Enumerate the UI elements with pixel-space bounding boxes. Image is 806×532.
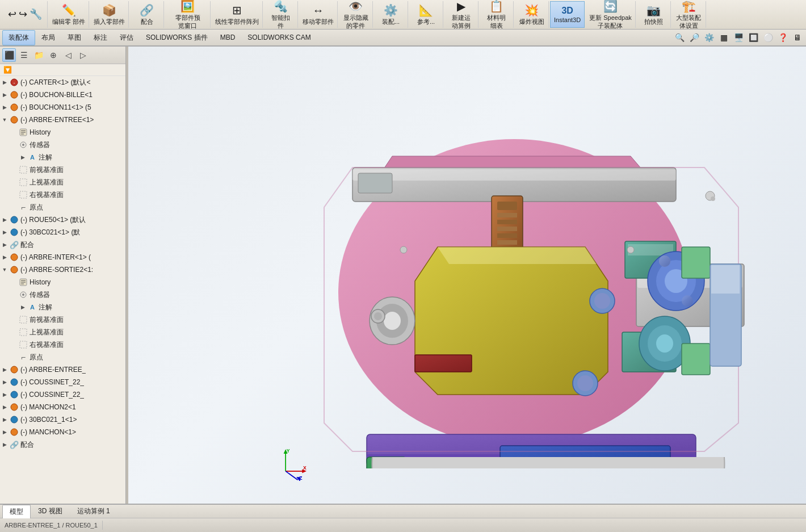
sphere-icon[interactable]: ⚪ bbox=[762, 31, 774, 44]
search-icon[interactable]: 🔍 bbox=[673, 31, 686, 44]
expand-bouchon-bille[interactable] bbox=[0, 90, 9, 99]
expand-bouchon11[interactable] bbox=[0, 103, 9, 112]
view-toggle-icon[interactable]: ▦ bbox=[717, 31, 730, 44]
expand-arbre-entree-notes[interactable] bbox=[18, 153, 27, 162]
expand-30bc021[interactable] bbox=[0, 228, 9, 237]
expand-mate1[interactable] bbox=[0, 240, 9, 249]
toolbar-update-speedpak[interactable]: 🔄 更新 Speedpak子装配体 bbox=[586, 1, 636, 28]
tree-item-arbre-sortie2-history[interactable]: History bbox=[0, 276, 125, 288]
tab-3d-view[interactable]: 3D 视图 bbox=[31, 505, 70, 518]
label-arbre-entree-history: History bbox=[30, 128, 51, 136]
sidebar-btn-list[interactable]: ☰ bbox=[17, 48, 31, 62]
expand-coussinet2[interactable] bbox=[0, 390, 9, 399]
toolbar-bom[interactable]: 📋 材料明细表 bbox=[480, 1, 514, 28]
tab-motion[interactable]: 运动算例 1 bbox=[70, 505, 117, 518]
tree-item-arbre-sortie2-sensor[interactable]: 传感器 bbox=[0, 288, 125, 301]
tree-item-arbre-entree-notes[interactable]: A 注解 bbox=[0, 151, 125, 164]
expand-mate2[interactable] bbox=[0, 440, 9, 449]
menu-evaluate[interactable]: 评估 bbox=[114, 30, 140, 45]
menu-annotation[interactable]: 标注 bbox=[87, 30, 114, 45]
expand-arbre-sortie2-notes[interactable] bbox=[18, 303, 27, 312]
expand-arbre-entree[interactable] bbox=[0, 115, 9, 124]
monitor-icon[interactable]: 🖥 bbox=[791, 31, 804, 44]
menu-solidworks-plugin[interactable]: SOLIDWORKS 插件 bbox=[140, 30, 214, 45]
sidebar-btn-add[interactable]: ⊕ bbox=[47, 48, 60, 62]
tree-item-carter[interactable]: - (-) CARTER<1> (默认< bbox=[0, 76, 125, 89]
toolbar-linear-array[interactable]: ⊞ 线性零部件阵列 bbox=[212, 1, 263, 28]
expand-30bc021-1[interactable] bbox=[0, 415, 9, 424]
expand-coussinet1[interactable] bbox=[0, 378, 9, 387]
menu-sketch[interactable]: 草图 bbox=[61, 30, 87, 45]
tree-item-bouchon-bille[interactable]: (-) BOUCHON-BILLE<1 bbox=[0, 89, 125, 101]
tree-item-30bc021-1[interactable]: (-) 30BC021_1<1> bbox=[0, 413, 125, 426]
tree-item-arbre-entree-origin[interactable]: ⌐ 原点 bbox=[0, 201, 125, 213]
tree-item-arbre-sortie2-right[interactable]: 右视基准面 bbox=[0, 338, 125, 351]
toolbar-preview[interactable]: 🖼️ 零部件预览窗口 bbox=[165, 1, 211, 28]
tree-item-arbre-sortie2-top[interactable]: 上视基准面 bbox=[0, 326, 125, 338]
tree-item-arbre-entree[interactable]: (-) ARBRE-ENTREE<1> bbox=[0, 114, 125, 126]
menu-assembly[interactable]: 装配体 bbox=[2, 30, 35, 45]
toolbar-undo-redo[interactable]: ↩ ↪ 🔧 bbox=[2, 1, 48, 28]
toolbar-instant3d[interactable]: 3D Instant3D bbox=[550, 1, 585, 28]
menu-layout[interactable]: 布局 bbox=[35, 30, 61, 45]
label-arbre-sortie2-top: 上视基准面 bbox=[30, 328, 64, 337]
tree-item-arbre-inter[interactable]: (-) ARBRE-INTER<1> ( bbox=[0, 251, 125, 263]
svg-rect-13 bbox=[20, 191, 27, 198]
tree-item-mate2[interactable]: 🔗 配合 bbox=[0, 438, 125, 451]
tab-model[interactable]: 模型 bbox=[2, 505, 31, 518]
tree-item-arbre-entree-right[interactable]: 右视基准面 bbox=[0, 188, 125, 201]
expand-carter[interactable] bbox=[0, 78, 9, 87]
tree-item-bouchon11[interactable]: (-) BOUCHON11<1> (5 bbox=[0, 101, 125, 114]
toolbar-large-assembly[interactable]: 🏗️ 大型装配体设置 bbox=[672, 1, 706, 28]
toolbar-new-motion[interactable]: ▶ 新建运动算例 bbox=[444, 1, 478, 28]
expand-manchon2[interactable] bbox=[0, 403, 9, 412]
tree-item-arbre-sortie2[interactable]: (-) ARBRE-SORTIE2<1: bbox=[0, 263, 125, 276]
tree-item-arbre-entree-top[interactable]: 上视基准面 bbox=[0, 176, 125, 188]
label-manchon2: (-) MANCHON2<1 bbox=[20, 403, 76, 411]
toolbar-explode[interactable]: 💥 爆炸视图 bbox=[515, 1, 549, 28]
expand-manchon1[interactable] bbox=[0, 428, 9, 437]
filter-icon[interactable]: 🔲 bbox=[747, 31, 759, 44]
tree-item-manchon1[interactable]: (-) MANCHON<1> bbox=[0, 426, 125, 438]
sidebar-btn-folder[interactable]: 📁 bbox=[32, 48, 45, 62]
tree-item-arbre-entree2[interactable]: (-) ARBRE-ENTREE_ bbox=[0, 363, 125, 376]
toolbar-snapshot[interactable]: 📷 拍快照 bbox=[637, 1, 671, 28]
tree-item-arbre-entree-front[interactable]: 前视基准面 bbox=[0, 164, 125, 176]
toolbar-smart-fastener[interactable]: 🔩 智能扣件 bbox=[264, 1, 298, 28]
sidebar-btn-solid[interactable]: ⬛ bbox=[2, 48, 16, 62]
toolbar-edit-part[interactable]: ✏️ 编辑零 部件 bbox=[49, 1, 89, 28]
search2-icon[interactable]: 🔎 bbox=[688, 31, 700, 44]
tree-item-30bc021[interactable]: (-) 30BC021<1> (默 bbox=[0, 226, 125, 238]
expand-arbre-inter[interactable] bbox=[0, 253, 9, 262]
tree-item-arbre-entree-sensor[interactable]: 传感器 bbox=[0, 139, 125, 151]
toolbar-mate[interactable]: 🔗 配合 bbox=[130, 1, 164, 28]
svg-point-15 bbox=[11, 229, 18, 236]
tree-item-coussinet1[interactable]: (-) COUSSINET_22_ bbox=[0, 376, 125, 388]
help-icon[interactable]: ❓ bbox=[776, 31, 789, 44]
display-icon[interactable]: 🖥️ bbox=[732, 31, 745, 44]
tree-item-arbre-sortie2-origin[interactable]: ⌐ 原点 bbox=[0, 351, 125, 363]
toolbar-assembly[interactable]: ⚙️ 装配... bbox=[374, 1, 408, 28]
expand-arbre-entree2[interactable] bbox=[0, 365, 9, 374]
tree-item-roue50[interactable]: (-) ROUE50<1> (默认 bbox=[0, 213, 125, 226]
tree-item-coussinet2[interactable]: (-) COUSSINET_22_ bbox=[0, 388, 125, 401]
toolbar-show-hide[interactable]: 👁️ 显示隐藏的零件 bbox=[339, 1, 373, 28]
viewport[interactable]: Y X Z bbox=[128, 47, 806, 504]
tree-item-arbre-entree-history[interactable]: History bbox=[0, 126, 125, 139]
tree-item-arbre-sortie2-notes[interactable]: A 注解 bbox=[0, 301, 125, 313]
svg-point-2 bbox=[11, 91, 18, 98]
expand-roue50[interactable] bbox=[0, 215, 9, 224]
settings-icon[interactable]: ⚙️ bbox=[703, 31, 715, 44]
toolbar-move-part[interactable]: ↔️ 移动零部件 bbox=[299, 1, 338, 28]
tree-item-manchon2[interactable]: (-) MANCHON2<1 bbox=[0, 401, 125, 413]
tree-item-mate1[interactable]: 🔗 配合 bbox=[0, 238, 125, 251]
menu-solidworks-cam[interactable]: SOLIDWORKS CAM bbox=[241, 31, 317, 44]
menu-mbd[interactable]: MBD bbox=[214, 31, 242, 44]
sidebar-btn-next[interactable]: ▷ bbox=[76, 48, 90, 62]
toolbar-reference[interactable]: 📐 参考... bbox=[409, 1, 443, 28]
tree-item-arbre-sortie2-front[interactable]: 前视基准面 bbox=[0, 313, 125, 326]
svg-rect-40 bbox=[497, 220, 517, 224]
sidebar-btn-prev[interactable]: ◁ bbox=[61, 48, 75, 62]
toolbar-insert-part[interactable]: 📦 插入零部件 bbox=[90, 1, 129, 28]
expand-arbre-sortie2[interactable] bbox=[0, 265, 9, 274]
